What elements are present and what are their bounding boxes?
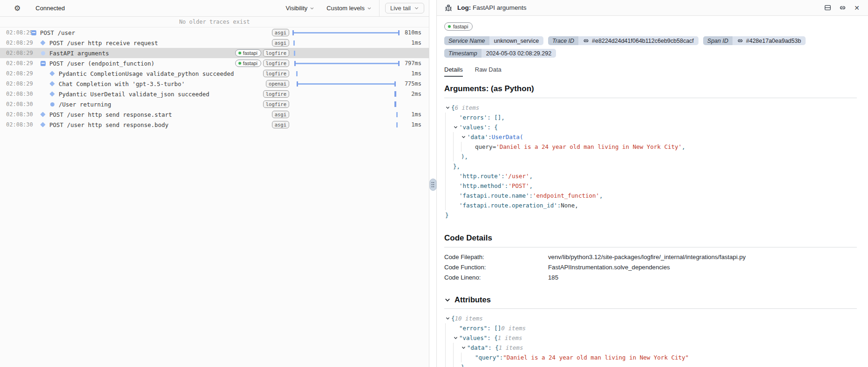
code-line: { 10 items	[444, 314, 857, 323]
trace-row[interactable]: 02:08:30POST /user http send response.st…	[0, 109, 429, 120]
chevron-down-icon[interactable]	[461, 134, 467, 140]
detail-panel: Log: FastAPI arguments ✕ fastapi Service…	[437, 0, 868, 367]
trace-row-time: 02:08:29	[0, 29, 31, 36]
code-token: : {	[487, 122, 498, 132]
code-line: "query": "Daniel is a 24 year old man li…	[444, 353, 857, 362]
duration-tick	[293, 40, 295, 46]
code-token: :	[501, 171, 505, 181]
trace-row[interactable]: 02:08:29POST /userasgi810ms	[0, 27, 429, 38]
code-token: :	[500, 353, 503, 362]
scope-badge: asgi	[272, 111, 289, 118]
service-tag[interactable]: fastapi	[444, 22, 473, 31]
trace-row[interactable]: 02:08:29POST /user http receive requesta…	[0, 38, 429, 48]
code-detail-row: Code Lineno:185	[444, 273, 857, 283]
no-older-traces-notice: No older traces exist	[0, 17, 429, 27]
code-token: 'http.method'	[459, 181, 505, 191]
duration-bar-track	[293, 109, 399, 120]
trace-row-title: POST /user http receive request	[49, 40, 158, 47]
trace-row[interactable]: 02:08:30/User returninglogfire	[0, 99, 429, 109]
close-icon[interactable]: ✕	[854, 5, 860, 11]
code-token: 'fastapi.route.operation_id'	[459, 200, 557, 210]
indent-guide	[453, 142, 461, 152]
detail-header-icons: ✕	[824, 4, 860, 11]
indent-guide	[445, 152, 453, 161]
duration-bar-track	[293, 89, 399, 99]
code-line: query='Daniel is a 24 year old man livin…	[444, 142, 857, 152]
duration-bar-track	[293, 79, 399, 89]
tab-raw-data[interactable]: Raw Data	[475, 66, 502, 77]
link-icon[interactable]	[583, 38, 589, 44]
indent-guide	[445, 171, 453, 181]
trace-row[interactable]: 02:08:29POST /user (endpoint_function)fa…	[0, 58, 429, 68]
code-token: '/user'	[505, 171, 529, 181]
indent-guide	[445, 122, 453, 132]
meta-chip-value: 2024-05-03 02:08:29.292	[481, 49, 556, 58]
code-detail-value: FastAPIInstrumentation.solve_dependencie…	[548, 262, 857, 273]
trace-row-time: 02:08:29	[0, 50, 31, 56]
code-token: 'Daniel is a 24 year old man living in N…	[496, 142, 682, 152]
trace-row[interactable]: 02:08:29Pydantic CompletionUsage validat…	[0, 68, 429, 79]
chevron-down-icon[interactable]	[453, 335, 459, 340]
meta-chip-value-text: unknown_service	[494, 38, 539, 44]
diamond-icon	[49, 81, 55, 87]
copy-link-icon[interactable]	[839, 4, 846, 11]
live-tail-label: Live tail	[390, 5, 411, 12]
trace-row-time: 02:08:29	[0, 70, 31, 77]
duration-label: 1ms	[399, 111, 429, 118]
scope-badge: logfire	[263, 49, 289, 57]
duration-bar	[297, 83, 395, 85]
code-token: ,	[529, 171, 533, 181]
detail-body: fastapi Service Nameunknown_serviceTrace…	[437, 16, 868, 367]
code-token: UserData(	[492, 132, 523, 142]
trace-row-badges: asgi	[272, 29, 289, 36]
trace-panel: ⚙ Connected Visibility Custom levels Liv…	[0, 0, 429, 367]
code-line: { 6 items	[444, 103, 857, 113]
live-tail-select[interactable]: Live tail	[385, 3, 424, 13]
code-token: }	[461, 362, 465, 367]
bug-icon	[444, 4, 453, 12]
resize-grip-handle[interactable]	[429, 179, 436, 191]
code-token: : {	[487, 333, 498, 343]
green-dot-icon	[238, 52, 241, 54]
indent-guide	[445, 132, 453, 142]
toolbar-right: Visibility Custom levels Live tail	[286, 0, 429, 16]
indent-guide	[453, 343, 461, 353]
code-token: 10 items	[455, 314, 483, 323]
duration-label: 810ms	[399, 29, 429, 36]
link-icon[interactable]	[737, 38, 743, 44]
panel-layout-icon[interactable]	[824, 4, 831, 11]
duration-label: 797ms	[399, 60, 429, 67]
attributes-section-header[interactable]: Attributes	[444, 295, 857, 304]
duration-tick	[294, 51, 295, 56]
visibility-dropdown[interactable]: Visibility	[286, 5, 315, 12]
log-title-text: FastAPI arguments	[473, 4, 527, 11]
duration-bar-track	[293, 58, 399, 68]
code-line: }	[444, 210, 857, 220]
trace-row[interactable]: 02:08:29Chat Completion with 'gpt-3.5-tu…	[0, 79, 429, 89]
trace-row[interactable]: 02:08:30POST /user http send response.bo…	[0, 120, 429, 130]
tab-details[interactable]: Details	[444, 66, 463, 77]
code-token: :	[529, 191, 533, 200]
duration-tick	[396, 122, 398, 127]
gear-icon[interactable]: ⚙	[14, 5, 20, 12]
app-window: ⚙ Connected Visibility Custom levels Liv…	[0, 0, 868, 367]
duration-bar-track	[293, 68, 399, 79]
indent-guide	[445, 323, 453, 333]
chevron-down-icon[interactable]	[445, 105, 451, 110]
meta-chips-row-1: Service Nameunknown_serviceTrace ID#e822…	[444, 36, 857, 45]
code-token: 0 items	[501, 323, 526, 333]
trace-row-time: 02:08:30	[0, 101, 31, 107]
meta-chip: Trace ID#e8224d24d41f064b112c6eb9cb58cac…	[548, 36, 698, 45]
code-detail-label: Code Lineno:	[444, 273, 548, 283]
trace-row[interactable]: 02:08:29FastAPI argumentsfastapilogfire	[0, 48, 429, 58]
chevron-down-icon[interactable]	[461, 345, 467, 350]
chevron-down-icon[interactable]	[453, 125, 459, 130]
chevron-down-icon[interactable]	[445, 316, 451, 321]
code-line: 'errors': [],	[444, 113, 857, 122]
custom-levels-dropdown[interactable]: Custom levels	[326, 5, 372, 12]
meta-chips-row-2: Timestamp2024-05-03 02:08:29.292	[444, 49, 857, 58]
trace-row-badges: asgi	[272, 111, 289, 118]
trace-row[interactable]: 02:08:30Pydantic UserDetail validate_jso…	[0, 89, 429, 99]
scope-badge: logfire	[263, 70, 289, 77]
scope-badge: logfire	[263, 60, 289, 67]
